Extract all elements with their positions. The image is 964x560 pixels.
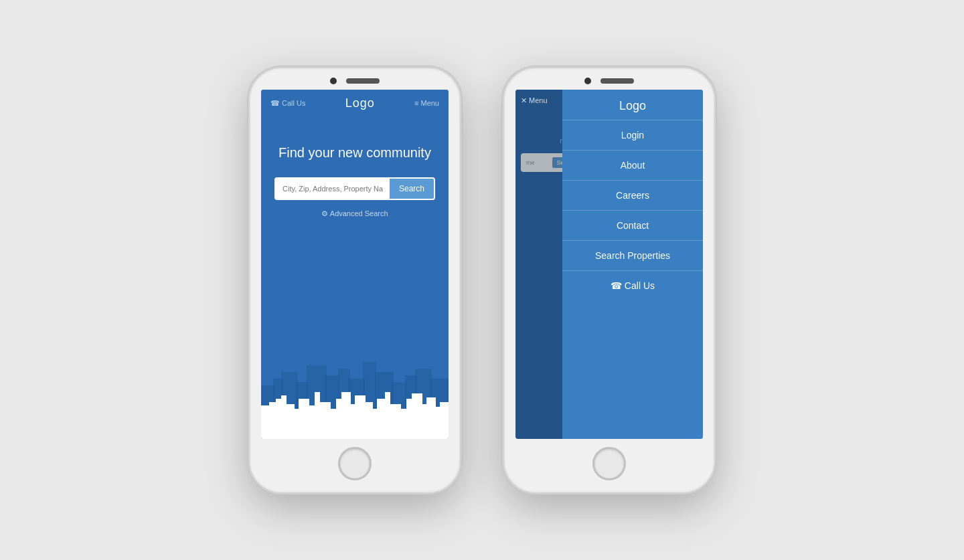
menu-item-call-us[interactable]: ☎ Call Us bbox=[562, 271, 703, 300]
close-menu-button[interactable]: ✕ Menu bbox=[521, 96, 548, 105]
menu-item-about[interactable]: About bbox=[562, 151, 703, 181]
search-bar: Search bbox=[274, 177, 435, 200]
screen-1: ☎ Call Us Logo ≡ Menu Find your new comm… bbox=[261, 90, 449, 439]
menu-item-login[interactable]: Login bbox=[562, 120, 703, 151]
menu-item-contact[interactable]: Contact bbox=[562, 211, 703, 241]
phone-1: ☎ Call Us Logo ≡ Menu Find your new comm… bbox=[248, 66, 462, 494]
screen-2: mmunity me Search ✕ Menu Logo Login Abou… bbox=[515, 90, 703, 439]
front-camera-2 bbox=[584, 78, 591, 84]
call-us-link[interactable]: ☎ Call Us bbox=[270, 99, 306, 108]
app-navbar: ☎ Call Us Logo ≡ Menu bbox=[261, 90, 449, 117]
menu-logo: Logo bbox=[562, 90, 703, 120]
speaker-2 bbox=[600, 78, 634, 84]
menu-panel: Logo Login About Careers Contact Search … bbox=[562, 90, 703, 439]
search-button[interactable]: Search bbox=[390, 179, 434, 199]
search-input[interactable] bbox=[276, 179, 390, 199]
menu-button[interactable]: ≡ Menu bbox=[414, 99, 439, 107]
menu-item-careers[interactable]: Careers bbox=[562, 181, 703, 211]
logo: Logo bbox=[345, 96, 375, 110]
menu-item-search-properties[interactable]: Search Properties bbox=[562, 241, 703, 271]
home-button[interactable] bbox=[338, 447, 372, 480]
hero-title: Find your new community bbox=[265, 144, 445, 161]
skyline-illustration bbox=[261, 332, 449, 439]
svg-rect-41 bbox=[261, 419, 449, 439]
front-camera bbox=[330, 78, 337, 84]
advanced-search-link[interactable]: ⚙ Advanced Search bbox=[321, 209, 388, 218]
home-button-2[interactable] bbox=[592, 447, 626, 480]
phone-2: mmunity me Search ✕ Menu Logo Login Abou… bbox=[502, 66, 716, 494]
speaker bbox=[346, 78, 380, 84]
